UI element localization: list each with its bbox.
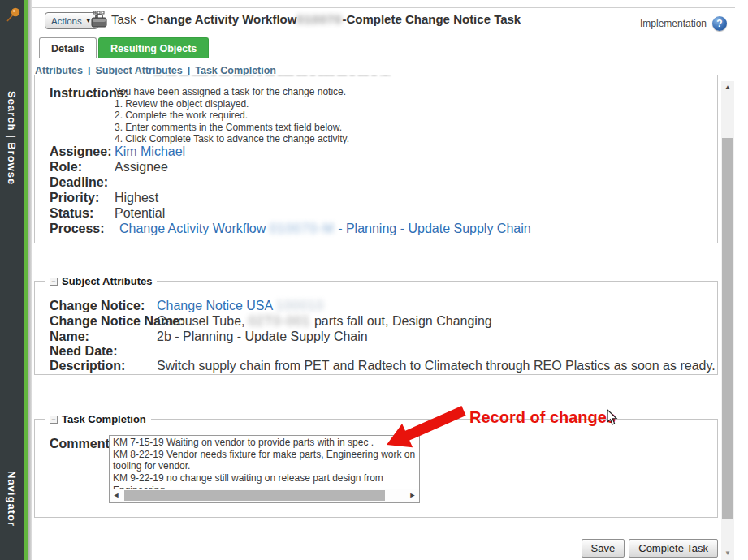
role-value: Assignee bbox=[115, 160, 168, 174]
process-label: Process: bbox=[50, 222, 105, 236]
deadline-label: Deadline: bbox=[50, 175, 108, 190]
page-vertical-scrollbar[interactable]: ▲ ▼ bbox=[721, 81, 734, 560]
page-title-task-name: -Complete Change Notice Task bbox=[342, 12, 521, 26]
description-value: Switch supply chain from PET and Radtech… bbox=[157, 359, 716, 373]
status-label: Status: bbox=[50, 206, 93, 221]
help-icon[interactable]: ? bbox=[712, 16, 727, 31]
subject-attributes-legend: − Subject Attributes bbox=[45, 275, 157, 287]
page-title-object: Change Activity Workflow bbox=[147, 12, 296, 26]
annotation-record-of-changes: Record of changes bbox=[469, 408, 616, 427]
instructions-line: You have been assigned a task for the ch… bbox=[115, 86, 349, 98]
instructions-line: 3. Enter comments in the Comments text f… bbox=[115, 122, 349, 134]
scroll-left-icon[interactable]: ◄ bbox=[110, 489, 123, 502]
page-scroll-thumb[interactable] bbox=[722, 138, 733, 519]
process-redacted-number: 010070-M bbox=[270, 222, 335, 235]
actions-button-label: Actions bbox=[51, 16, 82, 26]
scroll-down-icon[interactable]: ▼ bbox=[721, 547, 734, 560]
status-value: Potential bbox=[115, 206, 165, 221]
annotation-arrow-icon bbox=[378, 404, 476, 456]
attributes-section: — –– — ––– – –– –––– – — ––– –– – ––– — … bbox=[34, 75, 718, 243]
comment-line: KM 7-15-19 Waiting on vendor to provide … bbox=[113, 437, 416, 449]
subject-attributes-section: − Subject Attributes Change Notice: Chan… bbox=[34, 281, 718, 375]
complete-task-button[interactable]: Complete Task bbox=[629, 539, 718, 558]
change-notice-redacted-number: 100010 bbox=[276, 299, 324, 312]
content-top-border bbox=[32, 7, 735, 8]
page-title-redacted-number: 010070 bbox=[296, 12, 342, 26]
process-link-text1[interactable]: Change Activity Workflow bbox=[119, 222, 270, 235]
instructions-line: 4. Click Complete Task to advance the ch… bbox=[115, 133, 349, 145]
comments-horizontal-scrollbar[interactable]: ◄ ► bbox=[110, 489, 419, 502]
page-title-prefix: Task - bbox=[111, 12, 147, 26]
clipped-scrolled-text: — –– — ––– – –– –––– – — ––– –– – ––– — … bbox=[153, 75, 543, 82]
assignee-label: Assignee: bbox=[50, 144, 111, 159]
tab-resulting-objects[interactable]: Resulting Objects bbox=[98, 37, 209, 58]
scroll-right-icon[interactable]: ► bbox=[406, 489, 419, 502]
sidebar-edge-strip bbox=[28, 0, 32, 560]
description-label: Description: bbox=[50, 359, 125, 373]
subject-attributes-title: Subject Attributes bbox=[62, 275, 152, 287]
task-completion-title: Task Completion bbox=[62, 413, 146, 425]
name-label: Name: bbox=[50, 330, 89, 344]
collapse-icon[interactable]: − bbox=[50, 416, 58, 424]
priority-value: Highest bbox=[115, 191, 158, 205]
instructions-text: You have been assigned a task for the ch… bbox=[115, 86, 349, 145]
mouse-cursor bbox=[607, 409, 618, 426]
tab-bottom-border bbox=[97, 58, 719, 58]
priority-label: Priority: bbox=[50, 191, 99, 205]
assignee-link[interactable]: Kim Michael bbox=[115, 144, 185, 159]
instructions-line: 1. Review the object displayed. bbox=[115, 98, 349, 110]
task-completion-section: − Task Completion Comments: KM 7-15-19 W… bbox=[34, 419, 718, 518]
collapse-icon[interactable]: − bbox=[50, 278, 58, 286]
windchill-task-page: Search | Browse Navigator Actions ▼ Task… bbox=[0, 0, 748, 560]
task-briefcase-icon bbox=[90, 11, 109, 28]
need-date-label: Need Date: bbox=[50, 344, 118, 359]
comments-text: KM 7-15-19 Waiting on vendor to provide … bbox=[110, 436, 419, 489]
change-notice-name-text1: Carousel Tube, bbox=[157, 314, 249, 328]
comments-scroll-thumb[interactable] bbox=[124, 490, 385, 501]
tab-details[interactable]: Details bbox=[39, 37, 97, 58]
instructions-line: 2. Complete the work required. bbox=[115, 110, 349, 122]
name-value: 2b - Planning - Update Supply Chain bbox=[157, 330, 368, 344]
process-link-text2[interactable]: - Planning - Update Supply Chain bbox=[335, 222, 531, 235]
change-notice-link[interactable]: Change Notice USA 100010 bbox=[157, 299, 324, 313]
process-link[interactable]: Change Activity Workflow 010070-M - Plan… bbox=[119, 222, 531, 236]
scroll-up-icon[interactable]: ▲ bbox=[721, 81, 734, 94]
role-label: Role: bbox=[50, 160, 82, 174]
task-completion-legend: − Task Completion bbox=[45, 413, 151, 425]
change-notice-name-value: Carousel Tube, 02T0-001 parts fall out, … bbox=[157, 314, 492, 329]
sidebar-item-search-browse[interactable]: Search | Browse bbox=[6, 91, 18, 185]
sidebar-item-navigator[interactable]: Navigator bbox=[6, 471, 18, 527]
change-notice-name-text2: parts fall out, Design Changing bbox=[310, 314, 491, 328]
footer-actions: Save Complete Task bbox=[34, 539, 718, 558]
comment-line: KM 8-22-19 Vendor needs fixture for make… bbox=[113, 449, 416, 472]
save-button[interactable]: Save bbox=[582, 539, 625, 558]
comments-textarea[interactable]: KM 7-15-19 Waiting on vendor to provide … bbox=[109, 435, 420, 503]
page-title: Task - Change Activity Workflow010070-Co… bbox=[111, 12, 521, 26]
comment-line: KM 9-22-19 no change still waiting on re… bbox=[113, 472, 416, 489]
change-notice-label: Change Notice: bbox=[50, 299, 145, 313]
pin-icon bbox=[4, 5, 22, 24]
context-label: Implementation bbox=[640, 18, 707, 29]
change-notice-link-text[interactable]: Change Notice USA bbox=[157, 299, 276, 312]
comments-scroll-track[interactable] bbox=[123, 489, 406, 502]
change-notice-name-redacted: 02T0-001 bbox=[249, 314, 311, 328]
left-sidebar: Search | Browse Navigator bbox=[0, 0, 24, 560]
